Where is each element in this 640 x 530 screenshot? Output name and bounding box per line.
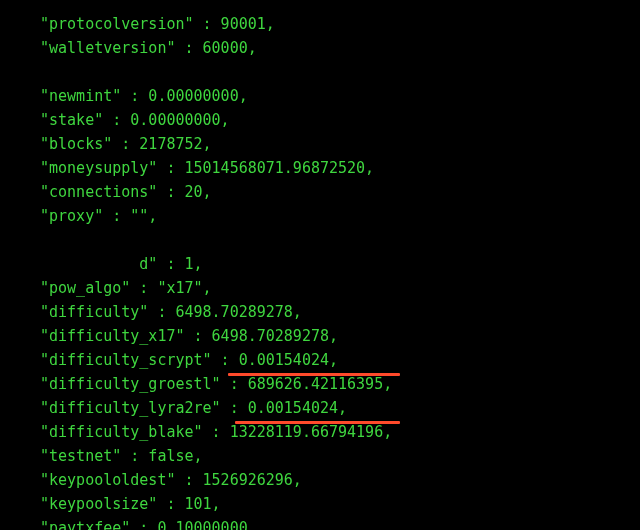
json-line-blocks: "blocks" : 2178752, [40, 132, 640, 156]
json-line-redacted [40, 228, 640, 252]
json-line-difficulty-lyra2re: "difficulty_lyra2re" : 0.00154024, [40, 396, 640, 420]
json-line-paytxfee: "paytxfee" : 0.10000000, [40, 516, 640, 530]
json-line-stake: "stake" : 0.00000000, [40, 108, 640, 132]
json-line-difficulty-scrypt: "difficulty_scrypt" : 0.00154024, [40, 348, 640, 372]
json-line-pow-algo: "pow_algo" : "x17", [40, 276, 640, 300]
redaction-block [40, 60, 160, 84]
json-line-moneysupply: "moneysupply" : 15014568071.96872520, [40, 156, 640, 180]
redaction-block [40, 252, 140, 276]
json-line-keypoololdest: "keypoololdest" : 1526926296, [40, 468, 640, 492]
json-line-difficulty-x17: "difficulty_x17" : 6498.70289278, [40, 324, 640, 348]
json-line-protocolversion: "protocolversion" : 90001, [40, 12, 640, 36]
json-line-walletversion: "walletversion" : 60000, [40, 36, 640, 60]
highlight-underline [235, 421, 400, 424]
json-line-proxy: "proxy" : "", [40, 204, 640, 228]
json-line-difficulty: "difficulty" : 6498.70289278, [40, 300, 640, 324]
json-line-testnet: "testnet" : false, [40, 444, 640, 468]
json-line-keypoolsize: "keypoolsize" : 101, [40, 492, 640, 516]
json-line-connections: "connections" : 20, [40, 180, 640, 204]
json-line-newmint: "newmint" : 0.00000000, [40, 84, 640, 108]
highlight-underline [228, 373, 400, 376]
